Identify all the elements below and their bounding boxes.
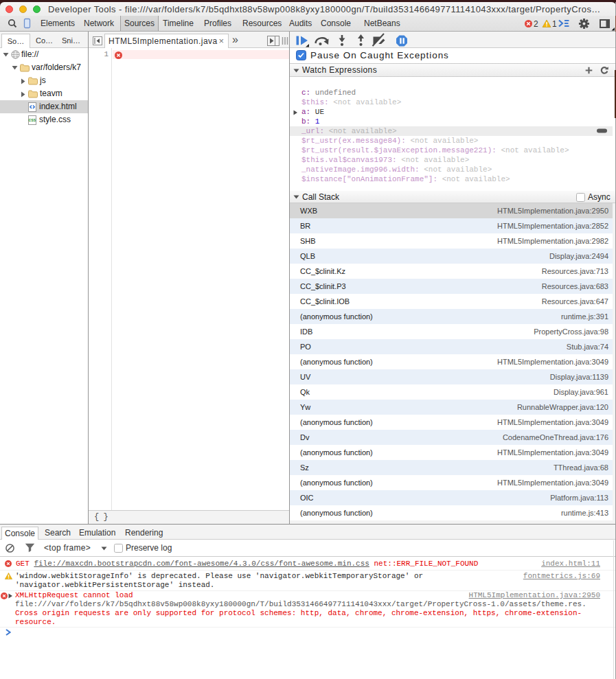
svg-text:1: 1	[552, 19, 557, 29]
svg-text:2: 2	[534, 19, 538, 29]
svg-text:css: css	[29, 117, 36, 122]
